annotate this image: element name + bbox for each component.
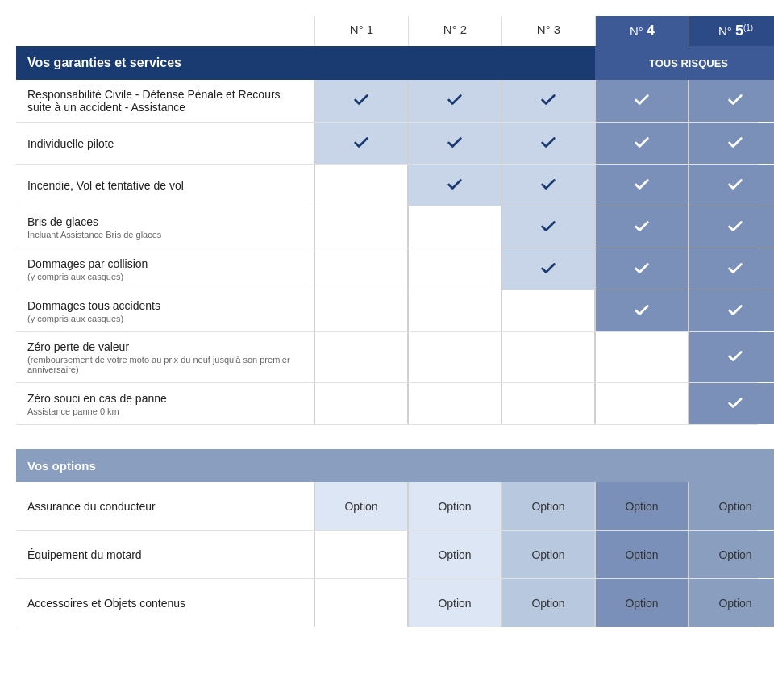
option-text: Option [718,597,751,610]
feature-label: Zéro souci en cas de panneAssistance pan… [16,383,314,424]
feature-main-text: Bris de glaces [27,215,302,228]
check-icon [633,175,651,196]
feature-cell [689,80,774,122]
gap [16,425,758,449]
check-icon [352,133,370,154]
option-label: Équipement du motard [16,531,314,578]
tous-risques-label: TOUS RISQUES [595,46,774,80]
option-cell: Option [408,482,501,530]
option-cell: Option [595,482,689,530]
check-icon [539,217,557,238]
main-container: N° 1 N° 2 N° 3 N° 4 N° 5(1) Vos garantie… [16,16,758,627]
check-icon [726,175,744,196]
option-cell: Option [314,482,408,530]
feature-main-text: Responsabilité Civile - Défense Pénale e… [27,88,302,114]
feature-cell [689,383,774,424]
feature-cell [408,80,501,122]
check-icon [633,217,651,238]
option-cell: Option [595,579,689,627]
col-header-2: N° 2 [408,16,501,46]
feature-label: Dommages par collision(y compris aux cas… [16,248,314,290]
col-header-4: N° 4 [595,16,689,46]
feature-cell [314,290,408,331]
section-title-row: Vos garanties et services TOUS RISQUES [16,46,758,80]
feature-cell [689,332,774,382]
option-cell [314,531,408,578]
check-icon [446,90,464,111]
feature-cell [595,80,689,122]
col-header-5: N° 5(1) [689,16,774,46]
col-headers-row: N° 1 N° 2 N° 3 N° 4 N° 5(1) [16,16,758,46]
feature-cell [314,165,408,206]
check-icon [726,394,744,415]
feature-cell [595,383,689,424]
feature-cell [595,206,689,248]
feature-sub-text: (y compris aux casques) [27,272,302,281]
feature-row: Zéro perte de valeur(remboursement de vo… [16,332,758,383]
feature-label: Bris de glacesIncluant Assistance Bris d… [16,206,314,248]
feature-sub-text: (y compris aux casques) [27,314,302,323]
check-icon [633,90,651,111]
feature-cell [689,165,774,206]
feature-main-text: Dommages tous accidents [27,299,302,312]
feature-cell [595,123,689,164]
option-label: Accessoires et Objets contenus [16,579,314,627]
feature-cell [689,290,774,331]
option-cell: Option [689,531,774,578]
col-prefix-5: N° [718,24,735,38]
option-cell: Option [689,579,774,627]
option-text: Option [438,597,471,610]
feature-cell [501,206,595,248]
option-row: Assurance du conducteurOptionOptionOptio… [16,482,758,531]
options-section-title-row: Vos options [16,449,758,482]
option-text: Option [531,597,564,610]
col-prefix-2: N° [443,23,460,36]
feature-cell [408,248,501,290]
feature-cell [408,165,501,206]
feature-row: Incendie, Vol et tentative de vol [16,165,758,206]
feature-cell [501,383,595,424]
feature-row: Bris de glacesIncluant Assistance Bris d… [16,206,758,248]
feature-cell [314,80,408,122]
feature-main-text: Individuelle pilote [27,137,302,150]
feature-cell [408,123,501,164]
option-text: Option [625,597,658,610]
option-cell: Option [501,579,595,627]
col-number-1: 1 [367,23,373,36]
feature-cell [501,123,595,164]
guarantees-section-title: Vos garanties et services [16,46,595,80]
check-icon [633,133,651,154]
option-row: Équipement du motardOptionOptionOptionOp… [16,531,758,579]
feature-cell [314,123,408,164]
feature-cell [501,332,595,382]
check-icon [726,301,744,322]
col-header-3: N° 3 [501,16,595,46]
feature-label: Incendie, Vol et tentative de vol [16,165,314,206]
feature-row: Dommages par collision(y compris aux cas… [16,248,758,290]
option-cell: Option [408,531,501,578]
feature-rows: Responsabilité Civile - Défense Pénale e… [16,80,758,425]
feature-row: Responsabilité Civile - Défense Pénale e… [16,80,758,123]
option-row: Accessoires et Objets contenusOptionOpti… [16,579,758,627]
feature-cell [501,248,595,290]
feature-main-text: Incendie, Vol et tentative de vol [27,179,302,192]
feature-cell [314,248,408,290]
feature-cell [689,123,774,164]
check-icon [726,217,744,238]
feature-label: Responsabilité Civile - Défense Pénale e… [16,80,314,122]
col-header-1: N° 1 [314,16,408,46]
col-prefix-4: N° [630,24,647,38]
feature-sub-text: Assistance panne 0 km [27,406,302,416]
check-icon [726,347,744,368]
col-prefix-3: N° [537,23,554,36]
feature-cell [595,332,689,382]
check-icon [633,259,651,280]
option-text: Option [438,500,471,513]
col-number-2: 2 [460,23,467,36]
option-cell: Option [689,482,774,530]
check-icon [446,175,464,196]
feature-cell [595,165,689,206]
feature-cell [408,290,501,331]
check-icon [726,133,744,154]
feature-row: Zéro souci en cas de panneAssistance pan… [16,383,758,425]
